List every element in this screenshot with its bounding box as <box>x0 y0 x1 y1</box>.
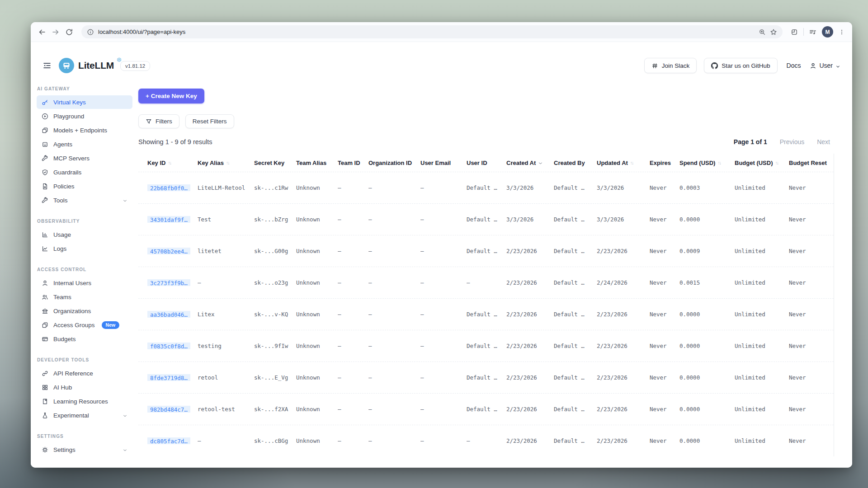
star-github-label: Star us on GitHub <box>722 62 770 69</box>
sidebar-item-guardrails[interactable]: Guardrails <box>37 165 132 179</box>
expires-cell: Never <box>650 279 679 286</box>
media-controls-icon[interactable] <box>809 28 816 36</box>
sort-arrows-icon[interactable]: ↑↓ <box>168 160 171 165</box>
sidebar-item-experimental[interactable]: Experimental <box>37 408 132 422</box>
created-by-cell: Default … <box>554 343 597 349</box>
sidebar-item-agents[interactable]: Agents <box>37 137 132 151</box>
column-header-spend-usd[interactable]: Spend (USD)↑↓ <box>679 160 735 166</box>
organization-id-cell: – <box>368 311 420 318</box>
budget-reset-cell: Never <box>789 248 834 254</box>
menu-kebab-icon[interactable] <box>839 29 845 35</box>
sidebar-collapse-icon[interactable] <box>42 61 52 70</box>
sidebar-item-virtual-keys[interactable]: Virtual Keys <box>37 95 132 109</box>
budget-reset-cell: Never <box>789 437 834 444</box>
sidebar-item-access-groups[interactable]: Access GroupsNew <box>37 318 132 332</box>
key-id-link[interactable]: f0835c0f8d… <box>147 343 190 349</box>
column-label: Spend (USD) <box>679 160 715 166</box>
team-alias-cell: Unknown <box>296 311 338 318</box>
user-email-cell: – <box>420 437 467 444</box>
spend-usd-cell: 0.0000 <box>679 437 735 444</box>
blocks-icon <box>42 322 48 328</box>
previous-page-button[interactable]: Previous <box>780 138 804 145</box>
organization-id-cell: – <box>368 184 420 191</box>
reset-filters-button[interactable]: Reset Filters <box>185 114 234 128</box>
key-id-link[interactable]: 22b68fb0f0… <box>147 184 190 191</box>
budget-usd-cell: Unlimited <box>735 374 789 381</box>
sidebar-item-budgets[interactable]: Budgets <box>37 332 132 346</box>
column-label: Created By <box>554 160 585 166</box>
key-id-link[interactable]: 34301daf9f… <box>147 216 190 223</box>
sort-arrows-icon[interactable]: ↑↓ <box>717 160 721 165</box>
spend-usd-cell: 0.0000 <box>679 406 735 413</box>
sidebar-item-teams[interactable]: Teams <box>37 290 132 304</box>
column-header-key-alias[interactable]: Key Alias↑↓ <box>198 160 254 166</box>
docs-link[interactable]: Docs <box>787 62 801 69</box>
join-slack-button[interactable]: Join Slack <box>644 58 697 73</box>
site-info-icon[interactable] <box>87 28 94 36</box>
sidebar-item-mcp-servers[interactable]: MCP Servers <box>37 151 132 165</box>
bank-icon <box>42 308 48 314</box>
star-github-button[interactable]: Star us on GitHub <box>704 58 777 73</box>
created-by-cell: Default … <box>554 406 597 413</box>
zoom-magnifier-icon[interactable] <box>759 28 766 36</box>
sidebar-item-organizations[interactable]: Organizations <box>37 304 132 318</box>
sidebar-item-models-endpoints[interactable]: Models + Endpoints <box>37 123 132 137</box>
sidebar-item-policies[interactable]: Policies <box>37 179 132 193</box>
sidebar-item-label: Guardrails <box>53 169 81 176</box>
sidebar-item-tools[interactable]: Tools <box>37 193 132 207</box>
sidebar-item-settings[interactable]: Settings <box>37 443 132 456</box>
secret-key-cell: sk-...G00g <box>254 248 296 254</box>
filters-button[interactable]: Filters <box>138 114 179 128</box>
sidebar-item-ai-hub[interactable]: AI Hub <box>37 380 132 394</box>
sidebar-item-playground[interactable]: Playground <box>37 109 132 123</box>
forward-button[interactable] <box>52 28 60 36</box>
key-id-link[interactable]: aa36bad046… <box>147 311 190 318</box>
tool-icon <box>42 197 48 204</box>
organization-id-cell: – <box>368 279 420 286</box>
create-new-key-button[interactable]: + Create New Key <box>138 89 204 103</box>
next-page-button[interactable]: Next <box>817 138 830 145</box>
key-id-link[interactable]: 45708b2ee4… <box>147 248 190 254</box>
key-id-link[interactable]: 3c273f3f9b… <box>147 279 190 286</box>
sort-arrows-icon[interactable]: ↑↓ <box>630 160 633 165</box>
reload-button[interactable] <box>65 28 73 36</box>
sidebar-item-api-reference[interactable]: API Reference <box>37 366 132 380</box>
user-id-cell: Default … <box>467 216 506 223</box>
column-label: Created At <box>506 160 536 166</box>
column-header-updated-at[interactable]: Updated At↑↓ <box>597 160 650 166</box>
sort-arrows-icon[interactable]: ↑↓ <box>226 160 229 165</box>
user-icon <box>42 280 48 286</box>
updated-at-cell: 2/23/2026 <box>597 311 650 318</box>
bookmark-star-icon[interactable] <box>770 28 777 36</box>
budget-reset-cell: Never <box>789 343 834 349</box>
sidebar-section-title-settings: SETTINGS <box>37 434 132 439</box>
expires-cell: Never <box>650 216 679 223</box>
key-id-link[interactable]: dc805fac7d… <box>147 437 190 444</box>
table-row: dc805fac7d…–sk-...cBGgUnknown––––2/23/20… <box>138 425 834 456</box>
user-menu[interactable]: User <box>810 62 840 69</box>
page-info: Page 1 of 1 <box>734 138 767 145</box>
column-header-key-id[interactable]: Key ID↑↓ <box>147 160 198 166</box>
sidebar-item-learning-resources[interactable]: Learning Resources <box>37 394 132 408</box>
team-alias-cell: Unknown <box>296 343 338 349</box>
sidebar-item-internal-users[interactable]: Internal Users <box>37 276 132 290</box>
extensions-icon[interactable] <box>791 28 798 36</box>
sidebar-item-label: Tools <box>53 197 68 204</box>
gear-icon <box>42 446 48 453</box>
user-avatar-icon <box>810 62 816 69</box>
profile-avatar[interactable]: M <box>822 26 833 38</box>
sort-arrows-icon[interactable]: ↑↓ <box>775 160 778 165</box>
key-id-link[interactable]: 8fde3719d8… <box>147 374 190 381</box>
back-button[interactable] <box>38 28 46 36</box>
url-bar[interactable]: localhost:4000/ui/?page=api-keys <box>81 25 783 38</box>
column-header-budget-usd[interactable]: Budget (USD)↑↓ <box>735 160 789 166</box>
budget-usd-cell: Unlimited <box>735 343 789 349</box>
sidebar-item-usage[interactable]: Usage <box>37 228 132 241</box>
column-header-created-at[interactable]: Created At <box>506 160 554 166</box>
created-at-cell: 2/23/2026 <box>506 279 554 286</box>
url-text[interactable]: localhost:4000/ui/?page=api-keys <box>98 28 185 35</box>
sidebar-item-logs[interactable]: Logs <box>37 242 132 255</box>
join-slack-label: Join Slack <box>662 62 690 69</box>
key-id-link[interactable]: 982bd484c7… <box>147 406 190 413</box>
user-id-cell: Default … <box>467 406 506 413</box>
